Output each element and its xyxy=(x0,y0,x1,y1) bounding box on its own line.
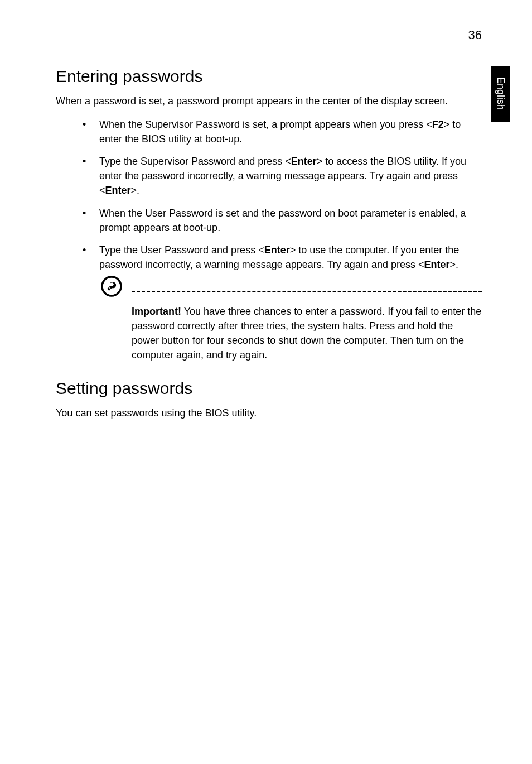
heading-setting-passwords: Setting passwords xyxy=(56,379,482,398)
list-item: When the User Password is set and the pa… xyxy=(56,206,482,235)
bullet-text: >. xyxy=(131,185,140,196)
setting-passwords-body: You can set passwords using the BIOS uti… xyxy=(56,406,482,420)
key-label: Enter xyxy=(291,156,317,167)
important-note: Important! You have three chances to ent… xyxy=(56,280,482,362)
bullet-list: When the Supervisor Password is set, a p… xyxy=(56,117,482,272)
key-label: F2 xyxy=(432,119,444,130)
heading-entering-passwords: Entering passwords xyxy=(56,67,482,86)
list-item: When the Supervisor Password is set, a p… xyxy=(56,117,482,146)
bullet-text: When the Supervisor Password is set, a p… xyxy=(99,119,432,130)
bullet-text: When the User Password is set and the pa… xyxy=(99,208,466,233)
key-label: Enter xyxy=(264,244,290,256)
important-label: Important! xyxy=(132,306,181,317)
bullet-text: Type the Supervisor Password and press < xyxy=(99,156,291,167)
page-body: 36 English Entering passwords When a pas… xyxy=(0,0,532,463)
page-number: 36 xyxy=(468,28,482,42)
note-divider xyxy=(132,291,482,292)
language-tab: English xyxy=(491,66,510,122)
intro-paragraph: When a password is set, a password promp… xyxy=(56,94,482,108)
key-label: Enter xyxy=(424,259,449,270)
important-text: You have three chances to enter a passwo… xyxy=(132,306,481,361)
important-icon xyxy=(99,274,124,299)
bullet-text: >. xyxy=(449,259,458,270)
list-item: Type the User Password and press <Enter>… xyxy=(56,243,482,272)
bullet-text: Type the User Password and press < xyxy=(99,244,264,256)
list-item: Type the Supervisor Password and press <… xyxy=(56,154,482,198)
key-label: Enter xyxy=(105,185,131,196)
